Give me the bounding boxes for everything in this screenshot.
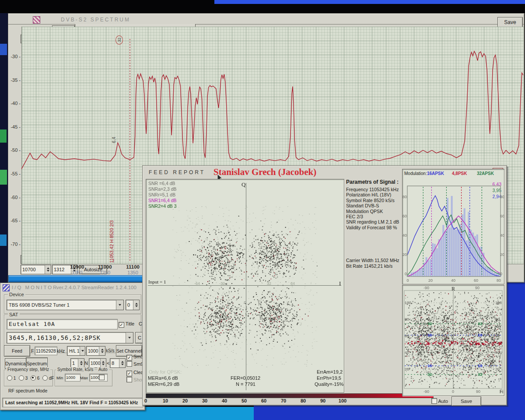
frequency-step-option-3[interactable]: 3 (19, 375, 28, 381)
modulation-x-tick: 80 (494, 278, 503, 283)
desktop-icon-fragment (0, 130, 7, 143)
phase-line-label: 32 (427, 321, 432, 326)
title-checkbox-box[interactable]: ✓ (119, 322, 124, 328)
freq-start-value: 10700 (21, 267, 45, 272)
spectrum-y-tick-label: -50 - (9, 147, 21, 153)
snr-readout-block: SNR =6,4 dBSNRa=2,3 dBSNRr=5,1 dBSNR1=6,… (148, 181, 177, 209)
frequency-step-option-6[interactable]: 6 (31, 375, 39, 381)
phase-top-tick: -90 (424, 286, 429, 290)
polarization-value: H/L 1 (67, 349, 80, 354)
feed-auto-checkbox-label: Auto (438, 399, 448, 404)
desktop-right-blue (506, 280, 525, 420)
freq-start-arrows[interactable] (45, 265, 51, 274)
device-index-spinner[interactable]: 0 (126, 300, 140, 310)
symbolrate-value: 1000 (87, 348, 99, 354)
clear-checkbox-box[interactable]: ✓ (126, 371, 132, 376)
desktop-icon-fragment (0, 234, 7, 246)
min-label: Min (56, 375, 63, 380)
feed-report-button[interactable]: Feed Report (4, 345, 30, 357)
title-checkbox[interactable]: ✓ Title (119, 321, 134, 328)
sr-auto-label: Auto (97, 367, 109, 372)
max-field[interactable]: 10000 (89, 374, 108, 382)
r-axis-label: R (452, 286, 455, 292)
spin-1000-arrows[interactable] (100, 359, 106, 368)
constellation-axis-number: -64 (194, 281, 200, 286)
window-title: DVB-S2 SPECTRUM (61, 17, 130, 23)
symbolrate-spinner[interactable]: 1000 (86, 346, 105, 356)
spin-1-arrows[interactable] (78, 359, 84, 368)
frequency-field[interactable]: 11052928 (35, 346, 57, 355)
sm9-checkbox[interactable]: Sm9 (126, 361, 144, 367)
frequency-step-title: Frequency step, MHz (6, 367, 50, 372)
frequency-step-option-dF[interactable]: dF (42, 375, 54, 381)
phase-top-tick: 90 (475, 286, 480, 290)
constellation-scatter (146, 179, 344, 392)
symbolrate-arrows[interactable] (99, 346, 105, 355)
frequency-step-option-1[interactable]: 1 (7, 375, 16, 381)
modulation-y-tick-right: 60 (500, 214, 505, 218)
spectrum-x-tick-mhz: 11000 (94, 264, 116, 270)
spectrum-x-tick-if: 1150 (66, 270, 88, 275)
sm3-checkbox[interactable]: ✓ Sm3 (126, 354, 144, 360)
device-index-arrows[interactable] (133, 300, 139, 310)
signal-parameter-line: Symbol Rate 8520 kS/s (346, 198, 401, 203)
feed-auto-checkbox-box[interactable] (431, 398, 437, 404)
symbol-rate-group: Symbol Rate, kS/s Auto Min 1000 Max 1000… (55, 370, 112, 386)
fi-axis-label: Fi (500, 389, 503, 394)
status-text: Last searching at 11052,9MHz H/L 18V Fin… (3, 400, 138, 405)
freq-start-spinner[interactable]: 10700 (21, 265, 51, 274)
spectrum-x-tick-if: 1250 (94, 270, 116, 275)
max-label: Max (80, 375, 88, 380)
khz-label: kHz (57, 348, 65, 354)
modulation-y-tick-right: 20 (500, 252, 505, 257)
feed-save-button[interactable]: Save (452, 396, 481, 406)
marker-frequency-label: 11053,42 H 8520 2/3 (109, 202, 114, 263)
spectrum-y-tick-label: -35 - (9, 77, 21, 83)
polarization-combo[interactable]: H/L 1 (67, 346, 85, 356)
frequency-step-radio[interactable] (31, 375, 36, 381)
frequency-step-option-label: 6 (36, 376, 39, 381)
device-combo-arrow[interactable] (116, 300, 123, 310)
symbol-rate-title: Symbol Rate, kS/s (56, 367, 94, 372)
spectrum-save-button[interactable]: Save (497, 17, 523, 28)
transponder-combo-arrow[interactable] (126, 332, 133, 343)
spin-1[interactable]: 1 (70, 358, 84, 368)
modulation-legend-item: 4,8PSK (452, 171, 467, 176)
sm3-checkbox-box[interactable]: ✓ (126, 355, 132, 360)
polarization-combo-arrow[interactable] (80, 346, 85, 355)
feed-report-window: FEED REPORT Stanislav Grech (Jacobek) ✕ … (142, 165, 507, 406)
snr-line: SNR2=4 dB 3 (148, 203, 177, 209)
signal-parameter-line: Frequency 11053425 kHz (346, 187, 401, 192)
transponder-combo[interactable]: 3645,R,16130,56,S2;8PSK (7, 332, 133, 343)
sr-auto-checkbox[interactable] (99, 374, 105, 380)
frequency-step-radio[interactable] (7, 375, 12, 381)
frequency-value: 11052928 (36, 348, 56, 354)
phase-side-tick-left: 40 (405, 350, 409, 355)
modulation-x-tick: 20 (426, 278, 435, 283)
signal-parameter-line: Validity of Forecast 98 % (346, 225, 401, 230)
sat-name-field[interactable]: Eutelsat 10A (7, 319, 118, 329)
modulation-y-tick-left: 20 (402, 252, 407, 257)
device-group-title: Device (8, 292, 25, 297)
i-axis-line (148, 285, 341, 286)
show-checkbox-box[interactable] (126, 377, 132, 382)
marker-arrow: ↑ (112, 258, 115, 263)
watermark-text: Stanislav Grech (Jacobek) (214, 167, 316, 178)
rf-mode-label: RF spectrum Mode (8, 388, 47, 393)
spin-8-arrows[interactable] (119, 359, 125, 368)
device-combo[interactable]: TBS 6908 DVBS/S2 Tuner 1 (7, 300, 124, 310)
phase-side-tick-left: 20 (405, 367, 409, 371)
sm9-checkbox-box[interactable] (126, 361, 132, 367)
min-field[interactable]: 1000 (65, 374, 80, 382)
phase-line-label: 32 (478, 372, 483, 377)
modulation-x-tick: 0 (403, 278, 412, 283)
signal-parameter-line: Modulation QPSK (346, 209, 401, 214)
feed-auto-checkbox[interactable]: Auto (431, 398, 448, 404)
ksps-label: kS/s (106, 348, 114, 353)
frequency-step-radio[interactable] (19, 375, 24, 381)
spin-1000[interactable]: 1000 (89, 358, 106, 368)
frequency-step-radio[interactable] (42, 375, 48, 381)
spin-8[interactable]: 8 (110, 358, 126, 368)
mera-value: MERa=6,6 dB (148, 375, 178, 381)
quality-gradient-bar (146, 393, 434, 398)
